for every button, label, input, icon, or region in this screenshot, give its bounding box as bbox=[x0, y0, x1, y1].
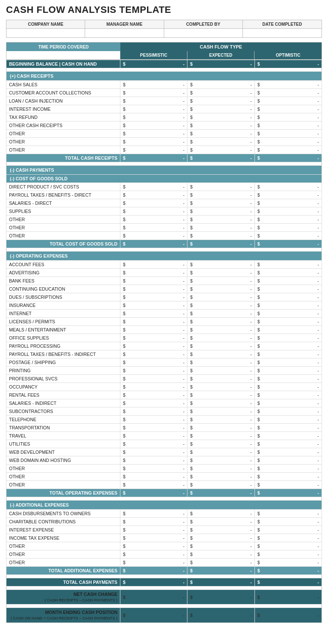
tax-refund-label: TAX REFUND bbox=[6, 113, 120, 122]
table-row: PAYROLL PROCESSING$-$-$- bbox=[6, 342, 322, 350]
table-row: LOAN / CASH INJECTION $- $- $- bbox=[6, 97, 322, 105]
cash-payments-header-row: (-) CASH PAYMENTS bbox=[6, 166, 322, 175]
spacer-6 bbox=[6, 586, 322, 590]
total-additional-row: TOTAL ADDITIONAL EXPENSES $- $- $- bbox=[6, 567, 322, 575]
table-row: OTHER $- $- $- bbox=[6, 138, 322, 146]
table-row: OTHER CASH RECEIPTS $- $- $- bbox=[6, 122, 322, 130]
company-name-value[interactable] bbox=[6, 29, 85, 37]
table-row: WEB DOMAIN AND HOSTING$-$-$- bbox=[6, 456, 322, 465]
table-row: OTHER $- $- $- bbox=[6, 216, 322, 224]
net-cash-change-row: NET CASH CHANGE ( CASH RECEIPTS – CASH P… bbox=[6, 590, 322, 605]
time-period-input[interactable] bbox=[6, 51, 120, 59]
additional-expenses-header-row: (-) ADDITIONAL EXPENSES bbox=[6, 501, 322, 510]
spacer-2 bbox=[6, 162, 322, 166]
cf-header-row: TIME PERIOD COVERED CASH FLOW TYPE bbox=[6, 42, 322, 51]
col-pessimistic: PESSIMISTIC bbox=[120, 51, 187, 59]
customer-account-label: CUSTOMER ACCOUNT COLLECTIONS bbox=[6, 89, 120, 97]
manager-name-value[interactable] bbox=[85, 29, 164, 37]
table-row: OTHER $- $- $- bbox=[6, 130, 322, 138]
spacer-4 bbox=[6, 497, 322, 501]
table-row: OTHER$-$-$- bbox=[6, 473, 322, 481]
total-cash-receipts-row: TOTAL CASH RECEIPTS $- $- $- bbox=[6, 154, 322, 162]
table-row: ACCOUNT FEES$-$-$- bbox=[6, 261, 322, 269]
table-row: OFFICE SUPPLIES$-$-$- bbox=[6, 334, 322, 342]
total-cr-e[interactable]: $- bbox=[187, 154, 254, 162]
company-name-label: COMPANY NAME bbox=[6, 20, 85, 28]
total-cash-receipts-label: TOTAL CASH RECEIPTS bbox=[6, 154, 120, 162]
total-cr-o[interactable]: $- bbox=[254, 154, 322, 162]
table-row: PAYROLL TAXES / BENEFITS - INDIRECT$-$-$… bbox=[6, 350, 322, 358]
cash-receipts-header: (+) CASH RECEIPTS bbox=[6, 72, 322, 81]
table-row: TELEPHONE$-$-$- bbox=[6, 416, 322, 424]
table-row: TRANSPORTATION$-$-$- bbox=[6, 424, 322, 432]
month-ending-row: MONTH ENDING CASH POSITION ( CASH ON HAN… bbox=[6, 608, 322, 623]
beginning-balance-optimistic[interactable]: $- bbox=[254, 60, 322, 68]
table-row: INTERNET$-$-$- bbox=[6, 310, 322, 318]
interest-income-label: INTEREST INCOME bbox=[6, 105, 120, 113]
table-row: OTHER$-$-$- bbox=[6, 550, 322, 559]
operating-expenses-header-row: (-) OPERATING EXPENSES bbox=[6, 252, 322, 261]
interest-expense-label: INTEREST EXPENSE bbox=[6, 526, 120, 534]
total-cash-payments-label: TOTAL CASH PAYMENTS bbox=[6, 578, 120, 586]
cash-flow-type-label: CASH FLOW TYPE bbox=[120, 43, 322, 51]
table-row: INTEREST INCOME $- $- $- bbox=[6, 105, 322, 113]
col-optimistic: OPTIMISTIC bbox=[254, 51, 322, 59]
table-row: RENTAL FEES$-$-$- bbox=[6, 391, 322, 399]
other-3-label: OTHER bbox=[6, 146, 120, 154]
main-table: BEGINNING BALANCE | CASH ON HAND $- $- $… bbox=[6, 60, 322, 623]
header-labels-row: COMPANY NAME MANAGER NAME COMPLETED BY D… bbox=[6, 20, 322, 28]
table-row: CUSTOMER ACCOUNT COLLECTIONS $- $- $- bbox=[6, 89, 322, 97]
cogs-header: (-) COST OF GOODS SOLD bbox=[6, 175, 322, 183]
beginning-balance-label: BEGINNING BALANCE | CASH ON HAND bbox=[6, 60, 120, 68]
beginning-balance-expected[interactable]: $- bbox=[187, 60, 254, 68]
table-row: SUPPLIES $- $- $- bbox=[6, 207, 322, 216]
table-row: INCOME TAX EXPENSE$-$-$- bbox=[6, 534, 322, 542]
table-row: OTHER$-$-$- bbox=[6, 542, 322, 550]
table-row: WEB DEVELOPMENT$-$-$- bbox=[6, 448, 322, 456]
spacer-5 bbox=[6, 575, 322, 578]
total-operating-label: TOTAL OPERATING EXPENSES bbox=[6, 489, 120, 497]
net-cash-change-label: NET CASH CHANGE ( CASH RECEIPTS – CASH P… bbox=[6, 590, 120, 605]
table-row: PRINTING$-$-$- bbox=[6, 367, 322, 375]
table-row: CONTINUING EDUCATION$-$-$- bbox=[6, 285, 322, 293]
total-additional-label: TOTAL ADDITIONAL EXPENSES bbox=[6, 567, 120, 575]
table-row: MEALS / ENTERTAINMENT$-$-$- bbox=[6, 326, 322, 334]
page-container: { "title": "CASH FLOW ANALYSIS TEMPLATE"… bbox=[0, 0, 328, 632]
total-cr-p[interactable]: $- bbox=[120, 154, 187, 162]
table-row: TRAVEL$-$-$- bbox=[6, 432, 322, 440]
time-period-label: TIME PERIOD COVERED bbox=[6, 43, 120, 51]
date-completed-value[interactable] bbox=[243, 29, 322, 37]
table-row: POSTAGE / SHIPPING$-$-$- bbox=[6, 358, 322, 367]
header-values-row bbox=[6, 28, 322, 38]
manager-name-label: MANAGER NAME bbox=[85, 20, 164, 28]
cash-sales-e[interactable]: $- bbox=[187, 81, 254, 89]
cash-sales-o[interactable]: $- bbox=[254, 81, 322, 89]
completed-by-value[interactable] bbox=[164, 29, 243, 37]
cash-receipts-header-row: (+) CASH RECEIPTS bbox=[6, 72, 322, 81]
table-row: PAYROLL TAXES / BENEFITS - DIRECT $- $- … bbox=[6, 191, 322, 199]
table-row: OTHER$-$-$- bbox=[6, 559, 322, 567]
date-completed-label: DATE COMPLETED bbox=[243, 20, 322, 28]
table-row: OTHER $- $- $- bbox=[6, 232, 322, 240]
table-row: CHARITABLE CONTRIBUTIONS$-$-$- bbox=[6, 518, 322, 526]
beginning-balance-row: BEGINNING BALANCE | CASH ON HAND $- $- $… bbox=[6, 60, 322, 68]
other-cash-receipts-label: OTHER CASH RECEIPTS bbox=[6, 122, 120, 130]
other-2-label: OTHER bbox=[6, 138, 120, 146]
cash-sales-label: CASH SALES bbox=[6, 81, 120, 89]
other-1-label: OTHER bbox=[6, 130, 120, 138]
total-cogs-label: TOTAL COST OF GOODS SOLD bbox=[6, 240, 120, 248]
table-row: INTEREST EXPENSE$-$-$- bbox=[6, 526, 322, 534]
cash-payments-header: (-) CASH PAYMENTS bbox=[6, 166, 322, 175]
table-row: OTHER $- $- $- bbox=[6, 146, 322, 154]
table-row: SALARIES - INDIRECT$-$-$- bbox=[6, 399, 322, 407]
completed-by-label: COMPLETED BY bbox=[164, 20, 243, 28]
table-row: SUBCONTRACTORS$-$-$- bbox=[6, 407, 322, 416]
table-row: INSURANCE$-$-$- bbox=[6, 301, 322, 310]
table-row: OTHER$-$-$- bbox=[6, 481, 322, 489]
beginning-balance-pessimistic[interactable]: $- bbox=[120, 60, 187, 68]
table-row: PROFESSIONAL SVCS$-$-$- bbox=[6, 375, 322, 383]
total-cogs-row: TOTAL COST OF GOODS SOLD $- $- $- bbox=[6, 240, 322, 248]
table-row: CASH DISBURSEMENTS TO OWNERS$-$-$- bbox=[6, 510, 322, 518]
table-row: CASH SALES $- $- $- bbox=[6, 81, 322, 89]
cash-sales-p[interactable]: $- bbox=[120, 81, 187, 89]
